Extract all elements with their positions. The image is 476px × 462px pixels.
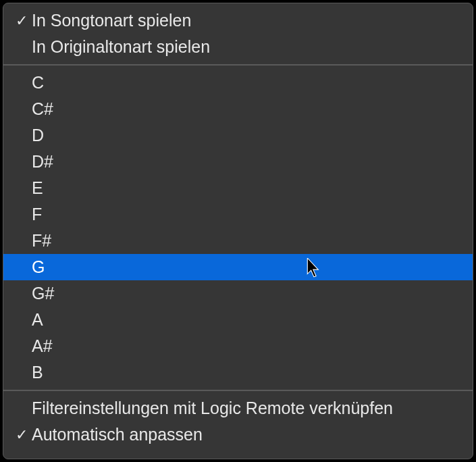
menu-item-key-e[interactable]: E (3, 175, 473, 201)
menu-item-label: F# (32, 230, 460, 252)
menu-item-play-in-song-key[interactable]: ✓ In Songtonart spielen (3, 7, 473, 34)
menu-item-label: In Songtonart spielen (32, 9, 460, 32)
menu-item-label: C# (32, 98, 460, 120)
menu-item-key-d[interactable]: D (3, 122, 473, 149)
menu-item-label: A (32, 309, 460, 331)
menu-item-key-f-sharp[interactable]: F# (3, 228, 473, 254)
menu-item-key-g[interactable]: G (3, 254, 473, 280)
menu-item-label: Automatisch anpassen (32, 424, 460, 446)
menu-item-key-c[interactable]: C (3, 70, 473, 96)
menu-item-link-filter-settings[interactable]: Filtereinstellungen mit Logic Remote ver… (3, 395, 473, 421)
menu-item-label: D (32, 124, 460, 147)
menu-item-auto-adjust[interactable]: ✓ Automatisch anpassen (3, 421, 473, 448)
menu-item-key-c-sharp[interactable]: C# (3, 96, 473, 122)
menu-item-label: C (32, 72, 460, 94)
menu-separator (3, 64, 473, 66)
check-icon: ✓ (16, 424, 32, 446)
menu-item-label: G# (32, 282, 460, 305)
menu-item-label: E (32, 177, 460, 199)
menu-item-label: Filtereinstellungen mit Logic Remote ver… (32, 397, 460, 419)
menu-item-label: F (32, 203, 460, 226)
menu-item-key-g-sharp[interactable]: G# (3, 280, 473, 307)
menu-item-key-f[interactable]: F (3, 201, 473, 228)
menu-item-key-b[interactable]: B (3, 359, 473, 386)
menu-item-key-a-sharp[interactable]: A# (3, 333, 473, 359)
menu-item-label: B (32, 361, 460, 384)
menu-item-label: In Originaltonart spielen (32, 36, 460, 58)
menu-item-label: A# (32, 335, 460, 357)
menu-item-label: D# (32, 151, 460, 173)
check-icon: ✓ (16, 9, 32, 32)
menu-item-play-in-original-key[interactable]: In Originaltonart spielen (3, 34, 473, 60)
menu-separator (3, 390, 473, 391)
menu-item-label: G (32, 256, 460, 278)
menu-item-key-a[interactable]: A (3, 307, 473, 333)
menu-item-key-d-sharp[interactable]: D# (3, 149, 473, 175)
context-menu: ✓ In Songtonart spielen In Originaltonar… (3, 3, 473, 459)
